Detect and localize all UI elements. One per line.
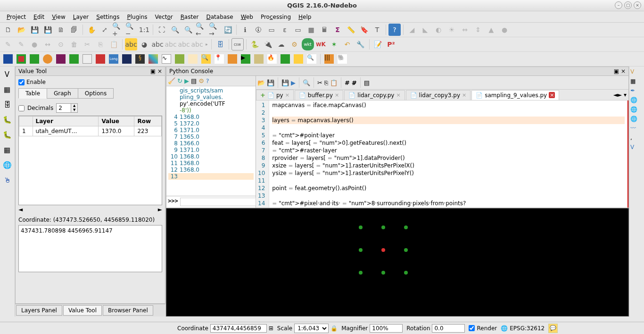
tab-scroll-right-icon[interactable]: ► (618, 92, 622, 98)
new-tab-icon[interactable]: + (260, 92, 265, 99)
find-icon[interactable]: 🔍 (303, 79, 310, 86)
add-postgis-icon[interactable]: 🐛 (1, 129, 13, 141)
editor-tab[interactable]: 📄lidar_copy.py × (344, 90, 405, 100)
tab-table[interactable]: Table (18, 88, 47, 99)
editor-area[interactable]: 123456789101112131415 mapcanvas = iface.… (256, 100, 628, 208)
rt-19-icon[interactable]: ▶ (239, 53, 252, 65)
run-script-icon[interactable]: ▶ (291, 79, 296, 86)
cut-edit-icon[interactable]: ✂ (317, 79, 322, 86)
rt-26-icon[interactable]: 🐘 (336, 53, 348, 65)
copy-edit-icon[interactable]: ⎘ (324, 79, 328, 86)
coord-output[interactable]: 437431.780898 4456965.91147 (18, 225, 162, 272)
p2-icon[interactable]: P² (385, 38, 397, 50)
help-icon[interactable]: ? (388, 24, 401, 36)
zoom-native-icon[interactable]: 1:1 (138, 24, 150, 36)
new-project-icon[interactable]: 🗋 (2, 24, 14, 36)
menu-processing[interactable]: Processing (257, 12, 295, 22)
deselect-icon[interactable]: ▭ (292, 24, 304, 36)
messages-icon[interactable]: 💬 (548, 324, 558, 333)
r-globe2-icon[interactable]: 🌐 (630, 106, 643, 113)
editor-tab[interactable]: + 📄py × (256, 90, 294, 100)
r-vector-icon[interactable]: V (630, 68, 643, 75)
rt-3-icon[interactable] (28, 53, 41, 65)
menu-settings[interactable]: Settings (92, 12, 123, 22)
rt-4-icon[interactable] (41, 53, 54, 65)
wkt2-icon[interactable]: WK (315, 38, 327, 50)
maximize-icon[interactable]: ▢ (624, 1, 632, 9)
menu-web[interactable]: Web (237, 12, 257, 22)
render-checkbox[interactable] (469, 325, 475, 331)
tab-close-icon[interactable]: × (462, 92, 466, 98)
db-manager-icon[interactable]: 🗄 (214, 38, 226, 50)
menu-database[interactable]: Database (202, 12, 237, 22)
label-icon[interactable]: abc (125, 38, 137, 50)
add-wms-icon[interactable]: 🌐 (1, 159, 13, 171)
zoom-in-icon[interactable]: 🔍+ (112, 24, 124, 36)
customize-icon[interactable]: 🔧 (355, 38, 367, 50)
rt-21-icon[interactable]: 🔥 (266, 53, 278, 65)
measure-icon[interactable]: 📏 (345, 24, 357, 36)
paste-edit-icon[interactable]: 📋 (330, 79, 338, 86)
scroll-right-icon[interactable]: ► (158, 206, 162, 213)
save-as-icon[interactable]: 💾 (41, 24, 54, 36)
btab-browser[interactable]: Browser Panel (103, 305, 153, 316)
pan-selection-icon[interactable]: ⤢ (99, 24, 111, 36)
pycon-undock-icon[interactable]: ▣ (614, 68, 619, 75)
text-annotation-icon[interactable]: T (371, 24, 383, 36)
tab-close-icon[interactable]: × (285, 92, 289, 98)
menu-project[interactable]: Project (3, 12, 30, 22)
undo-icon[interactable]: ↶ (341, 38, 354, 50)
menu-help[interactable]: Help (295, 12, 315, 22)
add-spatialite-icon[interactable]: 🐛 (1, 114, 13, 126)
decimals-input[interactable] (57, 105, 71, 111)
menu-layer[interactable]: Layer (69, 12, 92, 22)
r-globe1-icon[interactable]: 🌐 (630, 97, 643, 103)
refresh-icon[interactable]: 🔄 (222, 24, 234, 36)
style-icon[interactable]: 📝 (372, 38, 384, 50)
scroll-left-icon[interactable]: ◄ (18, 206, 23, 213)
spin-up-icon[interactable]: ▲ (71, 104, 77, 108)
bookmark-icon[interactable]: 🔖 (358, 24, 370, 36)
tab-options[interactable]: Options (78, 88, 114, 99)
r-comma-icon[interactable]: , (630, 134, 643, 141)
rt-6-icon[interactable] (68, 53, 80, 65)
tab-list-icon[interactable]: ▾ (624, 92, 627, 98)
console-input[interactable] (180, 198, 256, 206)
r-vo-icon[interactable]: V (630, 144, 643, 150)
scale-lock-icon[interactable]: 🔒 (330, 325, 338, 332)
zoom-out-icon[interactable]: 🔍− (125, 24, 137, 36)
add-vector-icon[interactable]: V (1, 68, 13, 81)
rt-8-icon[interactable] (94, 53, 107, 65)
r-grid-icon[interactable]: ▦ (630, 78, 643, 84)
save-as-file-icon[interactable]: 💾 (281, 79, 289, 86)
table-row[interactable]: 1 utah_demUT… 1370.0 223 (19, 126, 162, 136)
status-magnifier-input[interactable] (370, 324, 403, 333)
rt-14-icon[interactable] (173, 53, 186, 65)
gear-icon[interactable]: ⚙ (289, 38, 301, 50)
menu-vector[interactable]: Vector (151, 12, 177, 22)
status-rotation-input[interactable] (432, 324, 465, 333)
decimals-checkbox[interactable] (18, 105, 25, 111)
rt-5-icon[interactable] (55, 53, 67, 65)
open-file-icon[interactable]: 📂 (257, 79, 265, 86)
zoom-layer-icon[interactable]: 🔍 (182, 24, 194, 36)
open-table-icon[interactable]: ▦ (305, 24, 317, 36)
close-icon[interactable]: × (634, 1, 641, 9)
status-epsg[interactable]: EPSG:32612 (510, 325, 545, 332)
rt-12-icon[interactable] (147, 53, 159, 65)
rt-20-icon[interactable] (253, 53, 265, 65)
editor-tab[interactable]: 📄sampling_9_values.py × (471, 90, 559, 100)
col-value[interactable]: Value (99, 117, 134, 126)
select-expr-icon[interactable]: ε (279, 24, 291, 36)
uncomment-icon[interactable]: #̷ (352, 79, 357, 86)
settings-icon[interactable]: ⚙ (198, 77, 204, 84)
open-icon[interactable]: 📂 (15, 24, 27, 36)
editor-tab[interactable]: 📄lidar_copy3.py × (406, 90, 471, 100)
zoom-selection-icon[interactable]: 🔍 (169, 24, 181, 36)
status-coord-input[interactable] (210, 324, 267, 333)
tab-close-icon[interactable]: × (549, 92, 555, 98)
col-idx[interactable] (19, 117, 33, 126)
select-icon[interactable]: ▭ (265, 24, 278, 36)
r-bezier-icon[interactable]: 〰 (630, 125, 643, 132)
cloud-icon[interactable]: ☁ (275, 38, 288, 50)
